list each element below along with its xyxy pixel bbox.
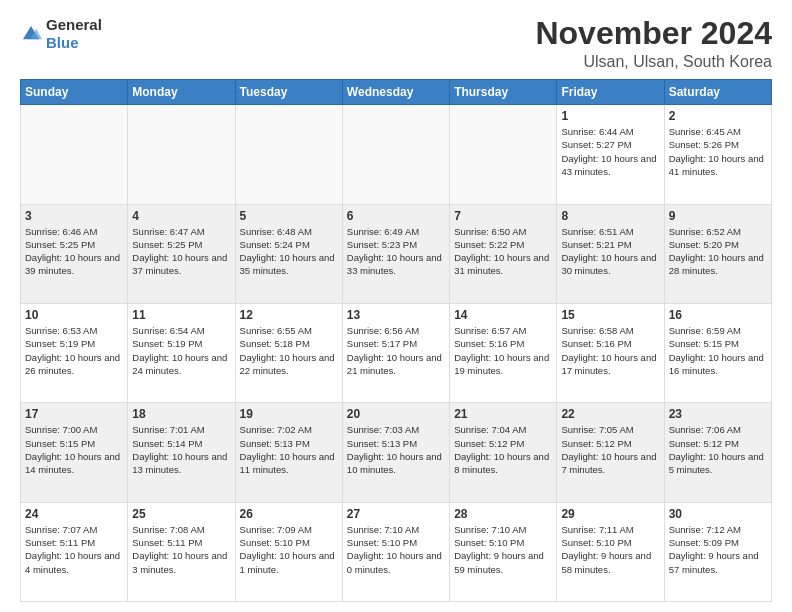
main-title: November 2024 <box>535 16 772 51</box>
calendar-week-3: 10Sunrise: 6:53 AM Sunset: 5:19 PM Dayli… <box>21 303 772 402</box>
day-info: Sunrise: 7:05 AM Sunset: 5:12 PM Dayligh… <box>561 423 659 476</box>
day-number: 20 <box>347 407 445 421</box>
calendar-cell: 7Sunrise: 6:50 AM Sunset: 5:22 PM Daylig… <box>450 204 557 303</box>
header-tuesday: Tuesday <box>235 80 342 105</box>
day-number: 4 <box>132 209 230 223</box>
calendar-cell: 12Sunrise: 6:55 AM Sunset: 5:18 PM Dayli… <box>235 303 342 402</box>
day-info: Sunrise: 6:58 AM Sunset: 5:16 PM Dayligh… <box>561 324 659 377</box>
day-number: 28 <box>454 507 552 521</box>
day-info: Sunrise: 7:06 AM Sunset: 5:12 PM Dayligh… <box>669 423 767 476</box>
calendar-cell <box>342 105 449 204</box>
calendar-cell: 5Sunrise: 6:48 AM Sunset: 5:24 PM Daylig… <box>235 204 342 303</box>
header-sunday: Sunday <box>21 80 128 105</box>
day-info: Sunrise: 6:51 AM Sunset: 5:21 PM Dayligh… <box>561 225 659 278</box>
day-number: 25 <box>132 507 230 521</box>
day-number: 5 <box>240 209 338 223</box>
header-wednesday: Wednesday <box>342 80 449 105</box>
calendar-week-4: 17Sunrise: 7:00 AM Sunset: 5:15 PM Dayli… <box>21 403 772 502</box>
calendar-cell <box>21 105 128 204</box>
calendar-cell: 18Sunrise: 7:01 AM Sunset: 5:14 PM Dayli… <box>128 403 235 502</box>
day-info: Sunrise: 7:11 AM Sunset: 5:10 PM Dayligh… <box>561 523 659 576</box>
header-thursday: Thursday <box>450 80 557 105</box>
title-block: November 2024 Ulsan, Ulsan, South Korea <box>535 16 772 71</box>
calendar-cell: 17Sunrise: 7:00 AM Sunset: 5:15 PM Dayli… <box>21 403 128 502</box>
sub-title: Ulsan, Ulsan, South Korea <box>535 53 772 71</box>
day-number: 19 <box>240 407 338 421</box>
day-info: Sunrise: 7:03 AM Sunset: 5:13 PM Dayligh… <box>347 423 445 476</box>
calendar-table: Sunday Monday Tuesday Wednesday Thursday… <box>20 79 772 602</box>
day-number: 14 <box>454 308 552 322</box>
calendar-cell: 11Sunrise: 6:54 AM Sunset: 5:19 PM Dayli… <box>128 303 235 402</box>
day-number: 24 <box>25 507 123 521</box>
day-number: 3 <box>25 209 123 223</box>
day-info: Sunrise: 6:55 AM Sunset: 5:18 PM Dayligh… <box>240 324 338 377</box>
day-info: Sunrise: 6:44 AM Sunset: 5:27 PM Dayligh… <box>561 125 659 178</box>
day-info: Sunrise: 6:46 AM Sunset: 5:25 PM Dayligh… <box>25 225 123 278</box>
day-info: Sunrise: 7:02 AM Sunset: 5:13 PM Dayligh… <box>240 423 338 476</box>
calendar-cell: 9Sunrise: 6:52 AM Sunset: 5:20 PM Daylig… <box>664 204 771 303</box>
day-number: 26 <box>240 507 338 521</box>
day-info: Sunrise: 6:59 AM Sunset: 5:15 PM Dayligh… <box>669 324 767 377</box>
calendar-cell: 30Sunrise: 7:12 AM Sunset: 5:09 PM Dayli… <box>664 502 771 601</box>
day-number: 16 <box>669 308 767 322</box>
day-number: 18 <box>132 407 230 421</box>
day-info: Sunrise: 7:01 AM Sunset: 5:14 PM Dayligh… <box>132 423 230 476</box>
day-info: Sunrise: 6:48 AM Sunset: 5:24 PM Dayligh… <box>240 225 338 278</box>
day-number: 9 <box>669 209 767 223</box>
day-number: 23 <box>669 407 767 421</box>
calendar-cell: 8Sunrise: 6:51 AM Sunset: 5:21 PM Daylig… <box>557 204 664 303</box>
calendar-cell: 24Sunrise: 7:07 AM Sunset: 5:11 PM Dayli… <box>21 502 128 601</box>
day-info: Sunrise: 6:47 AM Sunset: 5:25 PM Dayligh… <box>132 225 230 278</box>
header-monday: Monday <box>128 80 235 105</box>
calendar-header-row: Sunday Monday Tuesday Wednesday Thursday… <box>21 80 772 105</box>
logo: General Blue <box>20 16 102 52</box>
logo-general: General <box>46 16 102 34</box>
day-number: 17 <box>25 407 123 421</box>
calendar-week-2: 3Sunrise: 6:46 AM Sunset: 5:25 PM Daylig… <box>21 204 772 303</box>
day-info: Sunrise: 7:12 AM Sunset: 5:09 PM Dayligh… <box>669 523 767 576</box>
calendar-cell: 23Sunrise: 7:06 AM Sunset: 5:12 PM Dayli… <box>664 403 771 502</box>
day-number: 22 <box>561 407 659 421</box>
day-info: Sunrise: 7:04 AM Sunset: 5:12 PM Dayligh… <box>454 423 552 476</box>
calendar-cell: 1Sunrise: 6:44 AM Sunset: 5:27 PM Daylig… <box>557 105 664 204</box>
calendar-cell <box>128 105 235 204</box>
calendar-cell: 19Sunrise: 7:02 AM Sunset: 5:13 PM Dayli… <box>235 403 342 502</box>
calendar-cell: 20Sunrise: 7:03 AM Sunset: 5:13 PM Dayli… <box>342 403 449 502</box>
day-number: 15 <box>561 308 659 322</box>
calendar-cell <box>235 105 342 204</box>
logo-icon <box>20 23 42 45</box>
day-info: Sunrise: 7:08 AM Sunset: 5:11 PM Dayligh… <box>132 523 230 576</box>
calendar-cell: 28Sunrise: 7:10 AM Sunset: 5:10 PM Dayli… <box>450 502 557 601</box>
calendar-cell: 22Sunrise: 7:05 AM Sunset: 5:12 PM Dayli… <box>557 403 664 502</box>
day-info: Sunrise: 7:09 AM Sunset: 5:10 PM Dayligh… <box>240 523 338 576</box>
header: General Blue November 2024 Ulsan, Ulsan,… <box>20 16 772 71</box>
day-number: 27 <box>347 507 445 521</box>
day-info: Sunrise: 6:45 AM Sunset: 5:26 PM Dayligh… <box>669 125 767 178</box>
header-saturday: Saturday <box>664 80 771 105</box>
day-info: Sunrise: 7:07 AM Sunset: 5:11 PM Dayligh… <box>25 523 123 576</box>
calendar-cell: 6Sunrise: 6:49 AM Sunset: 5:23 PM Daylig… <box>342 204 449 303</box>
day-info: Sunrise: 6:49 AM Sunset: 5:23 PM Dayligh… <box>347 225 445 278</box>
day-info: Sunrise: 6:53 AM Sunset: 5:19 PM Dayligh… <box>25 324 123 377</box>
calendar-cell: 3Sunrise: 6:46 AM Sunset: 5:25 PM Daylig… <box>21 204 128 303</box>
calendar-cell: 15Sunrise: 6:58 AM Sunset: 5:16 PM Dayli… <box>557 303 664 402</box>
day-info: Sunrise: 7:00 AM Sunset: 5:15 PM Dayligh… <box>25 423 123 476</box>
logo-blue: Blue <box>46 34 102 52</box>
day-number: 7 <box>454 209 552 223</box>
day-info: Sunrise: 6:52 AM Sunset: 5:20 PM Dayligh… <box>669 225 767 278</box>
header-friday: Friday <box>557 80 664 105</box>
calendar-cell: 29Sunrise: 7:11 AM Sunset: 5:10 PM Dayli… <box>557 502 664 601</box>
day-number: 10 <box>25 308 123 322</box>
calendar-week-1: 1Sunrise: 6:44 AM Sunset: 5:27 PM Daylig… <box>21 105 772 204</box>
calendar-cell: 4Sunrise: 6:47 AM Sunset: 5:25 PM Daylig… <box>128 204 235 303</box>
day-info: Sunrise: 7:10 AM Sunset: 5:10 PM Dayligh… <box>347 523 445 576</box>
day-number: 13 <box>347 308 445 322</box>
day-number: 12 <box>240 308 338 322</box>
day-number: 29 <box>561 507 659 521</box>
day-number: 8 <box>561 209 659 223</box>
calendar-cell: 27Sunrise: 7:10 AM Sunset: 5:10 PM Dayli… <box>342 502 449 601</box>
calendar-cell: 21Sunrise: 7:04 AM Sunset: 5:12 PM Dayli… <box>450 403 557 502</box>
calendar-cell: 16Sunrise: 6:59 AM Sunset: 5:15 PM Dayli… <box>664 303 771 402</box>
calendar-cell: 14Sunrise: 6:57 AM Sunset: 5:16 PM Dayli… <box>450 303 557 402</box>
calendar-cell <box>450 105 557 204</box>
